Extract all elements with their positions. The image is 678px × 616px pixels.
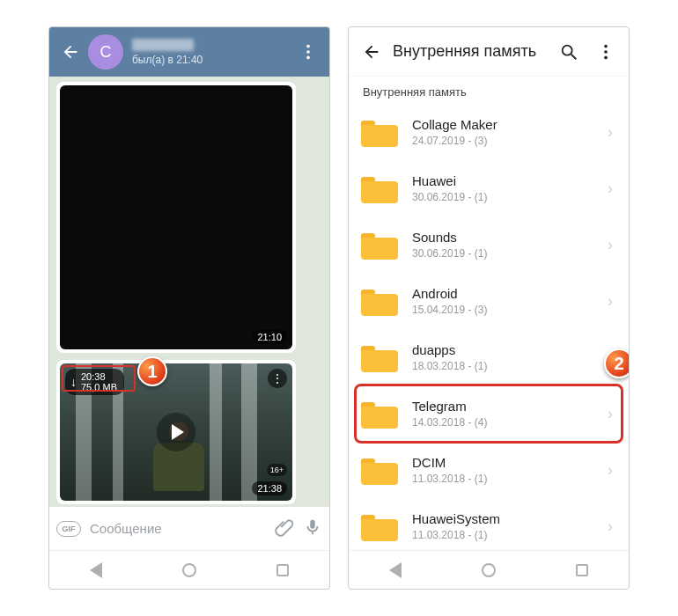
avatar[interactable]: C xyxy=(88,34,123,70)
nav-back-icon[interactable] xyxy=(389,562,402,578)
folder-icon xyxy=(361,455,398,485)
folder-meta: 11.03.2018 - (1) xyxy=(412,529,608,541)
attach-button[interactable] xyxy=(275,517,294,540)
folder-name: Telegram xyxy=(412,399,608,414)
folder-row[interactable]: HuaweiSystem11.03.2018 - (1)› xyxy=(349,498,629,550)
chevron-right-icon: › xyxy=(608,292,613,311)
nav-home-icon[interactable] xyxy=(482,563,496,577)
mic-button[interactable] xyxy=(303,517,322,540)
more-vert-icon xyxy=(596,42,615,62)
back-button[interactable] xyxy=(56,42,85,62)
video-duration: 20:38 xyxy=(81,371,117,382)
nav-recent-icon[interactable] xyxy=(576,564,588,576)
folder-list[interactable]: Collage Maker24.07.2019 - (3)›Huawei30.0… xyxy=(349,104,629,550)
message-time: 21:10 xyxy=(252,330,287,344)
search-button[interactable] xyxy=(553,42,585,62)
folder-icon xyxy=(361,511,398,541)
svg-point-1 xyxy=(306,50,310,54)
folder-meta: 15.04.2019 - (3) xyxy=(412,304,608,316)
folder-icon xyxy=(361,230,398,260)
nav-back-icon[interactable] xyxy=(90,562,102,578)
folder-meta: 30.06.2019 - (1) xyxy=(412,191,608,203)
svg-point-7 xyxy=(604,55,608,59)
paperclip-icon xyxy=(275,517,294,537)
svg-point-3 xyxy=(563,45,572,55)
folder-name: duapps xyxy=(412,342,608,357)
folder-row[interactable]: Android15.04.2019 - (3)› xyxy=(349,273,629,329)
svg-line-4 xyxy=(571,54,577,59)
contact-name xyxy=(132,39,194,51)
telegram-phone: C был(а) в 21:40 21:10 ↓ 2 xyxy=(48,26,330,590)
fm-title: Внутренняя память xyxy=(393,42,548,61)
folder-meta: 11.03.2018 - (1) xyxy=(412,473,608,485)
folder-row[interactable]: Huawei30.06.2019 - (1)› xyxy=(349,160,629,216)
image-message[interactable]: 21:10 xyxy=(56,82,296,353)
svg-point-5 xyxy=(604,44,608,48)
chevron-right-icon: › xyxy=(608,180,613,198)
folder-name: DCIM xyxy=(412,455,608,470)
breadcrumb[interactable]: Внутренняя память xyxy=(349,77,629,104)
chat-header: C был(а) в 21:40 xyxy=(49,27,329,77)
arrow-left-icon xyxy=(61,42,80,62)
video-menu-button[interactable]: ⋮ xyxy=(268,369,287,388)
gif-button[interactable]: GIF xyxy=(56,521,81,537)
age-rating: 16+ xyxy=(267,464,287,476)
svg-point-6 xyxy=(604,50,608,54)
folder-name: Collage Maker xyxy=(412,117,608,132)
chevron-right-icon: › xyxy=(608,461,613,480)
folder-row[interactable]: Sounds30.06.2019 - (1)› xyxy=(349,216,629,273)
svg-point-2 xyxy=(306,56,310,60)
video-size: 75,0 МВ xyxy=(81,382,117,392)
chat-body[interactable]: 21:10 ↓ 20:38 75,0 МВ ⋮ 16+ xyxy=(49,77,329,506)
message-input[interactable]: Сообщение xyxy=(90,521,266,536)
android-navbar xyxy=(49,550,329,589)
arrow-left-icon xyxy=(362,42,381,62)
fm-header: Внутренняя память xyxy=(349,27,629,77)
folder-meta: 14.03.2018 - (4) xyxy=(412,416,608,429)
last-seen: был(а) в 21:40 xyxy=(132,54,294,66)
fm-menu-button[interactable] xyxy=(590,42,622,62)
svg-point-0 xyxy=(306,45,310,48)
chevron-right-icon: › xyxy=(608,517,613,536)
folder-meta: 30.06.2019 - (1) xyxy=(412,247,608,260)
back-button[interactable] xyxy=(356,42,387,62)
chevron-right-icon: › xyxy=(608,405,613,423)
filemanager-phone: Внутренняя память Внутренняя память Coll… xyxy=(348,26,630,590)
folder-name: Huawei xyxy=(412,173,608,188)
folder-row[interactable]: duapps18.03.2018 - (1)› xyxy=(349,329,629,385)
folder-icon xyxy=(361,117,398,147)
message-input-bar: GIF Сообщение xyxy=(49,506,329,550)
folder-icon xyxy=(361,286,398,316)
mic-icon xyxy=(303,517,322,537)
more-vert-icon xyxy=(298,42,318,62)
search-icon xyxy=(559,42,579,62)
download-icon: ↓ xyxy=(70,375,77,389)
chevron-right-icon: › xyxy=(608,236,613,254)
folder-name: Android xyxy=(412,286,608,301)
chevron-right-icon: › xyxy=(608,123,613,142)
folder-row[interactable]: Collage Maker24.07.2019 - (3)› xyxy=(349,104,629,160)
chat-menu-button[interactable] xyxy=(294,42,322,62)
folder-row[interactable]: DCIM11.03.2018 - (1)› xyxy=(349,442,629,498)
message-time: 21:38 xyxy=(252,481,287,495)
nav-home-icon[interactable] xyxy=(182,563,196,577)
folder-icon xyxy=(361,342,398,372)
nav-recent-icon[interactable] xyxy=(276,564,289,576)
chevron-right-icon: › xyxy=(608,348,613,367)
video-message[interactable]: ↓ 20:38 75,0 МВ ⋮ 16+ 21:38 1 xyxy=(56,360,296,504)
play-button[interactable] xyxy=(157,413,195,451)
folder-row[interactable]: Telegram14.03.2018 - (4)› xyxy=(349,385,629,442)
folder-name: Sounds xyxy=(412,230,608,245)
folder-meta: 18.03.2018 - (1) xyxy=(412,360,608,372)
download-info-pill[interactable]: ↓ 20:38 75,0 МВ xyxy=(65,369,124,395)
folder-meta: 24.07.2019 - (3) xyxy=(412,135,608,147)
chat-title-block[interactable]: был(а) в 21:40 xyxy=(132,39,294,66)
folder-icon xyxy=(361,173,398,203)
android-navbar xyxy=(349,550,629,589)
folder-name: HuaweiSystem xyxy=(412,511,608,526)
folder-icon xyxy=(361,399,398,429)
